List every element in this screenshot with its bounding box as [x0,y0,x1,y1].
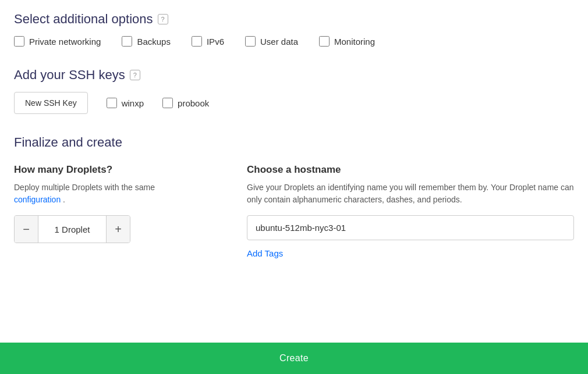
decrement-button[interactable]: − [15,216,38,243]
create-bar: Create [0,343,588,374]
ssh-keys-help-icon[interactable]: ? [130,70,140,80]
select-options-section: Select additional options ? [14,12,574,27]
hostname-panel: Choose a hostname Give your Droplets an … [247,164,574,258]
monitoring-label: Monitoring [334,37,375,47]
finalize-section: Finalize and create How many Droplets? D… [14,135,574,258]
select-options-help-icon[interactable]: ? [158,14,168,24]
droplet-counter: − 1 Droplet + [14,215,130,243]
description-suffix: . [63,195,65,204]
option-private-networking[interactable]: Private networking [14,36,101,47]
backups-checkbox[interactable] [122,36,132,47]
configuration-link[interactable]: configuration [14,195,61,204]
finalize-grid: How many Droplets? Deploy multiple Dropl… [14,164,574,258]
how-many-droplets-panel: How many Droplets? Deploy multiple Dropl… [14,164,200,243]
increment-button[interactable]: + [107,216,130,243]
option-monitoring[interactable]: Monitoring [319,36,375,47]
backups-label: Backups [137,37,171,47]
winxp-label: winxp [122,98,144,108]
ssh-keys-title: Add your SSH keys ? [14,67,574,83]
private-networking-label: Private networking [29,37,101,47]
page-container: Select additional options ? Private netw… [0,0,588,374]
how-many-description: Deploy multiple Droplets with the same c… [14,181,200,206]
create-button[interactable]: Create [0,343,588,374]
winxp-checkbox[interactable] [107,98,117,108]
additional-options-row: Private networking Backups IPv6 User dat… [14,36,574,47]
select-options-title: Select additional options ? [14,12,574,27]
description-prefix: Deploy multiple Droplets with the same [14,183,155,192]
ssh-key-probook[interactable]: probook [162,98,209,108]
ipv6-label: IPv6 [207,37,224,47]
monitoring-checkbox[interactable] [319,36,330,47]
option-backups[interactable]: Backups [122,36,171,47]
probook-label: probook [178,98,209,108]
hostname-input[interactable] [247,215,574,240]
new-ssh-key-button[interactable]: New SSH Key [14,92,88,114]
ipv6-checkbox[interactable] [192,36,202,47]
user-data-checkbox[interactable] [245,36,256,47]
add-tags-link[interactable]: Add Tags [247,248,283,258]
private-networking-checkbox[interactable] [14,36,24,47]
hostname-title: Choose a hostname [247,164,574,176]
droplet-count-display: 1 Droplet [38,216,107,243]
count-value: 1 [55,225,59,234]
option-ipv6[interactable]: IPv6 [192,36,224,47]
option-user-data[interactable]: User data [245,36,298,47]
how-many-title: How many Droplets? [14,164,200,176]
ssh-keys-row: New SSH Key winxp probook [14,92,574,114]
ssh-key-winxp[interactable]: winxp [107,98,144,108]
finalize-title: Finalize and create [14,135,574,150]
ssh-keys-section: Add your SSH keys ? New SSH Key winxp pr… [14,67,574,114]
user-data-label: User data [260,37,298,47]
probook-checkbox[interactable] [162,98,173,108]
select-options-title-text: Select additional options [14,12,153,27]
count-unit: Droplet [62,225,90,234]
ssh-keys-title-text: Add your SSH keys [14,67,125,83]
hostname-description: Give your Droplets an identifying name y… [247,181,574,206]
